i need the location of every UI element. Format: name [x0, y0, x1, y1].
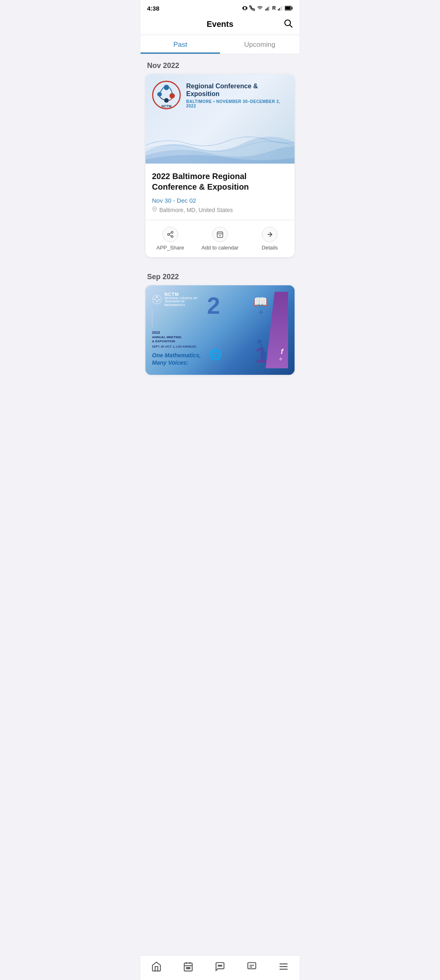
- banner2-right: 2 📖 ★ + 🌐 1: [201, 292, 288, 368]
- location-pin-icon: [152, 206, 157, 213]
- svg-point-40: [154, 298, 156, 300]
- tab-upcoming[interactable]: Upcoming: [220, 35, 299, 54]
- book-icon: 📖: [253, 295, 268, 308]
- signal-icon: [265, 5, 271, 11]
- svg-point-27: [167, 234, 169, 236]
- section-nov2022: Nov 2022: [141, 54, 299, 74]
- svg-rect-9: [269, 6, 270, 11]
- banner2-event-title: 2022 ANNUAL MEETING & EXPOSITION Sept. 2…: [152, 330, 201, 348]
- event-card-baltimore: NCTM Regional Conference & Exposition BA…: [145, 74, 295, 257]
- banner2-slogan: One Mathematics,Many Voices:: [152, 352, 201, 366]
- event-actions-baltimore: APP_Share Add to calendar Details: [145, 220, 295, 257]
- svg-point-26: [171, 232, 173, 234]
- svg-rect-12: [280, 7, 281, 11]
- status-bar: 4:38 R: [141, 0, 299, 15]
- svg-rect-7: [266, 8, 267, 11]
- svg-rect-16: [285, 7, 290, 10]
- details-button[interactable]: Details: [245, 227, 295, 251]
- nctm-logo-small: [152, 294, 162, 305]
- banner2-left: NCTM NATIONAL COUNCIL OFTEACHERS OF MATH…: [152, 292, 201, 368]
- svg-rect-6: [265, 9, 266, 11]
- vibrate-icon: [242, 5, 248, 11]
- add-to-calendar-button[interactable]: Add to calendar: [195, 227, 245, 251]
- wave-decoration: [145, 123, 295, 164]
- divide-symbol: ÷: [279, 356, 282, 362]
- svg-rect-8: [268, 7, 268, 11]
- svg-line-44: [259, 340, 264, 350]
- svg-text:NCTM: NCTM: [161, 104, 171, 108]
- svg-line-29: [169, 235, 171, 236]
- globe-icon: 🌐: [209, 348, 222, 361]
- math-num-2: 2: [207, 294, 220, 317]
- svg-point-20: [164, 85, 169, 90]
- status-time: 4:38: [147, 5, 159, 12]
- f-symbol: f: [281, 348, 283, 356]
- svg-line-30: [169, 233, 171, 234]
- calendar-plus-icon: [212, 227, 228, 242]
- svg-rect-11: [279, 8, 280, 11]
- svg-rect-31: [217, 232, 223, 238]
- svg-line-18: [290, 25, 293, 27]
- svg-rect-10: [278, 9, 279, 11]
- svg-point-28: [171, 236, 173, 238]
- event-date-baltimore: Nov 30 - Dec 02: [152, 197, 288, 204]
- share-icon: [163, 227, 178, 242]
- event-card-annual2022: NCTM NATIONAL COUNCIL OFTEACHERS OF MATH…: [145, 285, 295, 375]
- arrow-right-icon: [262, 227, 277, 242]
- svg-rect-0: [244, 7, 246, 10]
- svg-point-39: [156, 296, 158, 298]
- signal-icon-2: [277, 5, 283, 11]
- svg-point-25: [154, 208, 155, 209]
- section-sep2022: Sep 2022: [141, 265, 299, 285]
- banner-conf-subtitle: BALTIMORE • NOVEMBER 30–DECEMBER 2, 2022: [186, 99, 286, 108]
- page-title: Events: [207, 20, 233, 29]
- app-header: Events: [141, 15, 299, 35]
- plus-icon: +: [258, 307, 264, 318]
- svg-rect-15: [292, 7, 293, 9]
- carrier-r: R: [272, 5, 276, 11]
- banner-text: Regional Conference & Exposition BALTIMO…: [186, 82, 286, 108]
- banner2-content: NCTM NATIONAL COUNCIL OFTEACHERS OF MATH…: [145, 285, 295, 375]
- svg-rect-13: [282, 6, 282, 11]
- tab-bar: Past Upcoming: [141, 35, 299, 54]
- battery-icon: [285, 5, 293, 11]
- event-title-baltimore: 2022 Baltimore Regional Conference & Exp…: [152, 171, 288, 192]
- search-button[interactable]: [283, 18, 293, 31]
- purple-bar: [266, 292, 288, 368]
- tab-past[interactable]: Past: [141, 35, 220, 54]
- event-banner-baltimore: NCTM Regional Conference & Exposition BA…: [145, 74, 295, 164]
- event-banner-annual: NCTM NATIONAL COUNCIL OFTEACHERS OF MATH…: [145, 285, 295, 375]
- svg-point-41: [158, 299, 160, 300]
- content-area: Nov 2022: [141, 54, 299, 420]
- status-icons: R: [242, 5, 293, 11]
- event-body-baltimore: 2022 Baltimore Regional Conference & Exp…: [145, 164, 295, 213]
- share-button[interactable]: APP_Share: [145, 227, 195, 251]
- nctm-logo: NCTM: [151, 80, 182, 110]
- banner-conf-title: Regional Conference & Exposition: [186, 82, 286, 98]
- svg-point-42: [156, 300, 158, 302]
- event-location-baltimore: Baltimore, MD, United States: [152, 206, 288, 213]
- wifi-icon: [257, 5, 263, 11]
- phone-icon: [249, 5, 255, 11]
